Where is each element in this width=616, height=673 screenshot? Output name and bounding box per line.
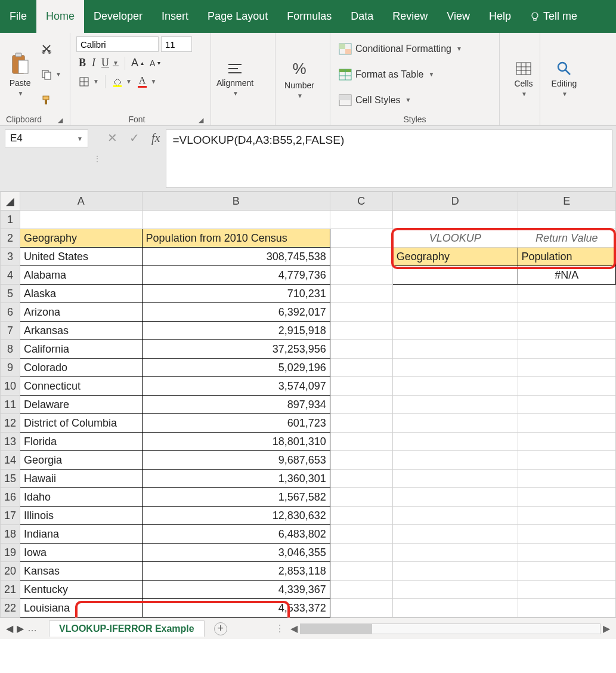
italic-button[interactable]: I (89, 55, 98, 70)
cell[interactable] (392, 544, 518, 562)
cell-B6[interactable]: 6,392,017 (142, 303, 330, 322)
cell[interactable] (330, 377, 392, 396)
cell-E2[interactable]: Return Value (518, 229, 615, 248)
row-header[interactable]: 12 (1, 414, 20, 433)
cell-D3[interactable]: Geography (392, 248, 518, 266)
row-header[interactable]: 9 (1, 359, 20, 377)
cell[interactable] (518, 396, 615, 414)
cell-B4[interactable]: 4,779,736 (142, 266, 330, 285)
cell[interactable] (330, 488, 392, 507)
new-sheet-button[interactable]: + (214, 622, 227, 635)
tab-formulas[interactable]: Formulas (277, 0, 341, 33)
cell[interactable] (392, 414, 518, 433)
cell-A2[interactable]: Geography (20, 229, 143, 248)
cell-E3[interactable]: Population (518, 248, 615, 266)
alignment-button[interactable]: Alignment ▼ (217, 36, 253, 122)
cell[interactable] (392, 562, 518, 581)
cell[interactable] (330, 414, 392, 433)
cell[interactable] (518, 525, 615, 544)
cell[interactable] (330, 396, 392, 414)
shrink-font-button[interactable]: A▾ (147, 57, 163, 69)
cell[interactable] (392, 396, 518, 414)
cell-B3[interactable]: 308,745,538 (142, 248, 330, 266)
cell[interactable] (518, 562, 615, 581)
cell[interactable] (330, 303, 392, 322)
cell-A11[interactable]: Delaware (20, 396, 143, 414)
cell[interactable] (392, 303, 518, 322)
cell-A18[interactable]: Indiana (20, 525, 143, 544)
underline-button[interactable]: U▼ (99, 55, 121, 70)
cell-B11[interactable]: 897,934 (142, 396, 330, 414)
row-header[interactable]: 20 (1, 562, 20, 581)
tab-developer[interactable]: Developer (84, 0, 152, 33)
cell[interactable] (330, 340, 392, 359)
cell-A5[interactable]: Alaska (20, 285, 143, 303)
cell[interactable] (330, 322, 392, 340)
cell[interactable] (392, 507, 518, 525)
row-header[interactable]: 4 (1, 266, 20, 285)
tab-pagelayout[interactable]: Page Layout (198, 0, 277, 33)
row-header[interactable]: 6 (1, 303, 20, 322)
cell[interactable] (330, 211, 392, 229)
cell-A19[interactable]: Iowa (20, 544, 143, 562)
cells-button[interactable]: Cells ▼ (506, 36, 541, 122)
font-name-select[interactable] (76, 36, 159, 52)
cell[interactable] (518, 359, 615, 377)
cell-D4[interactable] (392, 266, 518, 285)
cell[interactable] (518, 488, 615, 507)
row-header[interactable]: 14 (1, 451, 20, 470)
row-header[interactable]: 16 (1, 488, 20, 507)
cell-B16[interactable]: 1,567,582 (142, 488, 330, 507)
row-header[interactable]: 1 (1, 211, 20, 229)
cell[interactable] (392, 451, 518, 470)
cell-E4[interactable]: #N/A (518, 266, 615, 285)
tab-view[interactable]: View (437, 0, 479, 33)
cell-A12[interactable]: District of Columbia (20, 414, 143, 433)
row-header[interactable]: 15 (1, 470, 20, 488)
tell-me[interactable]: Tell me (521, 0, 587, 33)
scroll-left-button[interactable]: ◀ (290, 623, 298, 634)
cell[interactable] (518, 377, 615, 396)
cell[interactable] (330, 581, 392, 599)
cell[interactable] (392, 433, 518, 451)
cell-B19[interactable]: 3,046,355 (142, 544, 330, 562)
cell[interactable] (392, 211, 518, 229)
font-dialog-launcher[interactable]: ◢ (197, 116, 205, 124)
cell-B10[interactable]: 3,574,097 (142, 377, 330, 396)
cell[interactable] (330, 562, 392, 581)
cell[interactable] (330, 229, 392, 248)
paste-button[interactable]: Paste ▼ (6, 36, 34, 112)
cell-A22[interactable]: Louisiana (20, 599, 143, 618)
row-header[interactable]: 19 (1, 544, 20, 562)
cell[interactable] (392, 488, 518, 507)
cell[interactable] (518, 285, 615, 303)
cell-B8[interactable]: 37,253,956 (142, 340, 330, 359)
copy-button[interactable]: ▼ (39, 68, 64, 81)
sheet-nav-first[interactable]: ◀ (6, 623, 13, 634)
cell-A14[interactable]: Georgia (20, 451, 143, 470)
cell-B12[interactable]: 601,723 (142, 414, 330, 433)
cell[interactable] (518, 507, 615, 525)
cell[interactable] (518, 544, 615, 562)
cell[interactable] (330, 433, 392, 451)
cell[interactable] (330, 507, 392, 525)
cell-B14[interactable]: 9,687,653 (142, 451, 330, 470)
tab-review[interactable]: Review (383, 0, 437, 33)
cell[interactable] (518, 340, 615, 359)
cell-A9[interactable]: Colorado (20, 359, 143, 377)
cell-A8[interactable]: California (20, 340, 143, 359)
row-header[interactable]: 3 (1, 248, 20, 266)
cell[interactable] (392, 340, 518, 359)
cell-B2[interactable]: Population from 2010 Census (142, 229, 330, 248)
cell[interactable] (330, 525, 392, 544)
cell[interactable] (330, 248, 392, 266)
cell-A20[interactable]: Kansas (20, 562, 143, 581)
font-color-button[interactable]: A▼ (135, 74, 159, 89)
tab-home[interactable]: Home (36, 0, 84, 33)
cut-button[interactable] (39, 42, 64, 55)
cell-B20[interactable]: 2,853,118 (142, 562, 330, 581)
cell-A10[interactable]: Connecticut (20, 377, 143, 396)
number-format-button[interactable]: % Number ▼ (281, 36, 317, 122)
tab-help[interactable]: Help (479, 0, 521, 33)
fill-color-button[interactable]: ▼ (109, 75, 134, 88)
